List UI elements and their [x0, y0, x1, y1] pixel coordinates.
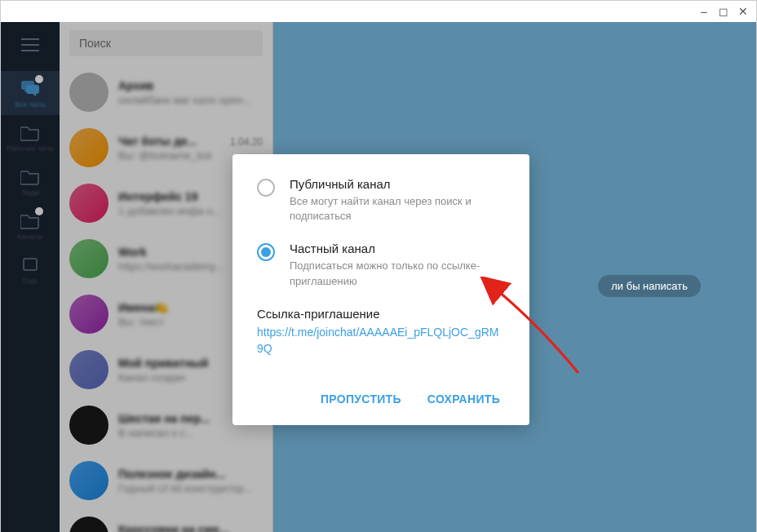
avatar [69, 239, 108, 278]
rail-item-channels[interactable]: Каналы [1, 203, 60, 247]
chat-preview: онлайбанк маг калн орен... [118, 94, 263, 106]
chat-title: Архив [118, 79, 153, 92]
radio-title: Публичный канал [290, 177, 505, 191]
avatar [69, 295, 108, 334]
avatar [69, 350, 108, 389]
chat-title: Полезное дизайн... [118, 468, 225, 481]
chat-title: Чат боты де... [118, 135, 197, 148]
window-maximize-button[interactable]: ◻ [717, 5, 730, 18]
chat-item[interactable]: Кроссовки на сме...Adidas Advantage Blue… [60, 508, 272, 532]
folder-icon [19, 211, 42, 230]
more-icon [19, 255, 42, 274]
chat-preview: Годный UI kit конструктор... [118, 482, 263, 494]
invite-link[interactable]: https://t.me/joinchat/AAAAAEi_pFLQLjOC_g… [257, 324, 505, 357]
chat-item[interactable]: Архивонлайбанк маг калн орен... [60, 64, 272, 120]
radio-description: Подписаться можно только по ссылке-пригл… [290, 259, 505, 288]
avatar [69, 184, 108, 223]
unread-badge [35, 207, 43, 215]
rail-item-more[interactable]: Еще [1, 247, 60, 291]
rail-label: Каналы [17, 233, 43, 241]
window-minimize-button[interactable]: – [697, 5, 711, 18]
radio-icon [257, 243, 275, 261]
radio-public-channel[interactable]: Публичный канал Все могут найти канал че… [257, 177, 505, 224]
avatar [69, 461, 108, 500]
side-rail: Все чаты Рабочие чаты Люди Каналы [1, 22, 60, 532]
chat-title: Мой приватный [118, 357, 208, 370]
rail-item-people[interactable]: Люди [1, 159, 60, 203]
avatar [69, 73, 108, 112]
search-input[interactable] [69, 30, 263, 56]
chat-title: Имена🍋 [118, 301, 168, 314]
rail-label: Люди [21, 188, 40, 197]
empty-state-hint: ли бы написать [598, 275, 701, 297]
invite-link-label: Ссылка-приглашение [257, 307, 505, 321]
rail-item-all-chats[interactable]: Все чаты [1, 71, 60, 115]
avatar [69, 516, 108, 532]
rail-item-work-chats[interactable]: Рабочие чаты [1, 115, 60, 159]
radio-private-channel[interactable]: Частный канал Подписаться можно только п… [257, 242, 505, 288]
chat-date: 1.04.20 [230, 136, 263, 148]
folder-icon [19, 122, 42, 142]
chat-title: Work [118, 246, 147, 259]
save-button[interactable]: СОХРАНИТЬ [426, 388, 502, 410]
avatar [69, 128, 108, 167]
hamburger-icon [21, 38, 39, 51]
chat-title: Кроссовки на сме... [118, 523, 228, 533]
chat-title: Интерфейс 19 [118, 190, 197, 203]
chat-title: Шестая на пер... [118, 412, 210, 425]
radio-description: Все могут найти канал через поиск и подп… [290, 194, 505, 224]
chat-item[interactable]: Полезное дизайн...Годный UI kit конструк… [60, 453, 272, 508]
rail-label: Рабочие чаты [7, 144, 54, 153]
unread-badge [35, 75, 43, 83]
folder-icon [19, 166, 42, 186]
rail-label: Все чаты [15, 100, 46, 109]
avatar [69, 406, 108, 445]
chats-icon [19, 78, 42, 98]
skip-button[interactable]: ПРОПУСТИТЬ [319, 388, 403, 410]
radio-icon [257, 179, 275, 197]
titlebar: – ◻ ✕ [1, 1, 756, 22]
channel-type-dialog: Публичный канал Все могут найти канал че… [232, 154, 529, 425]
menu-button[interactable] [21, 32, 39, 71]
chat-preview: В написал к с... [118, 427, 263, 439]
rail-label: Еще [23, 277, 38, 285]
radio-title: Частный канал [290, 242, 505, 255]
svg-rect-0 [24, 259, 37, 270]
window-close-button[interactable]: ✕ [737, 5, 750, 18]
